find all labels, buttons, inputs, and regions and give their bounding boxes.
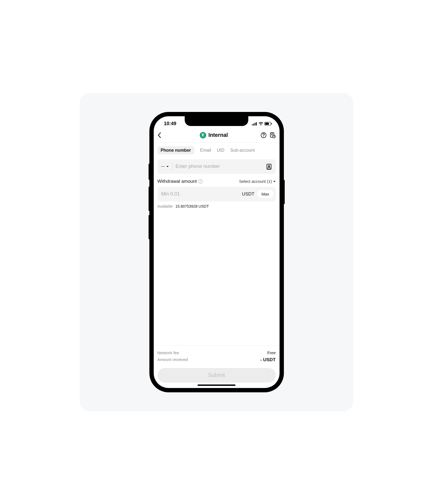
country-code-picker[interactable]: --	[161, 164, 169, 169]
info-icon[interactable]: i	[198, 179, 203, 184]
svg-point-14	[268, 165, 270, 167]
max-button[interactable]: Max	[257, 190, 273, 198]
chevron-down-icon	[273, 181, 276, 182]
svg-rect-0	[252, 124, 253, 125]
withdrawal-amount-label: Withdrawal amount i	[158, 179, 203, 184]
footer: Network fee Free Amount received - USDT …	[154, 345, 280, 388]
notch	[185, 116, 248, 126]
contacts-icon[interactable]	[266, 164, 272, 170]
available-value: 15.80753928 USDT	[175, 204, 209, 208]
available-balance: Available 15.80753928 USDT	[158, 204, 276, 208]
tab-email[interactable]: Email	[200, 148, 211, 153]
amount-input-row: USDT Max	[158, 187, 276, 201]
network-fee-row: Network fee Free	[158, 350, 276, 355]
device-mock-card: 10:49	[80, 93, 353, 411]
recipient-type-tabs: Phone number Email UID Sub-account	[154, 142, 280, 157]
amount-received-value: - USDT	[260, 357, 276, 363]
select-account-label: Select account (1)	[239, 179, 272, 184]
svg-rect-1	[253, 124, 254, 125]
page-title: Internal	[208, 132, 228, 138]
amount-received-label: Amount received	[158, 357, 188, 363]
tether-icon: ₮	[200, 132, 206, 138]
status-time: 10:49	[164, 121, 176, 127]
chevron-down-icon	[166, 166, 169, 167]
phone-frame: 10:49	[150, 112, 284, 392]
home-indicator	[198, 384, 235, 386]
amount-section-header: Withdrawal amount i Select account (1)	[158, 179, 276, 184]
svg-point-8	[263, 136, 264, 137]
history-icon[interactable]	[270, 132, 276, 138]
select-account-button[interactable]: Select account (1)	[239, 179, 276, 184]
input-divider	[172, 164, 172, 170]
country-code-value: --	[161, 164, 165, 169]
screen: 10:49	[154, 116, 280, 388]
cellular-icon	[252, 122, 257, 125]
battery-icon	[264, 122, 272, 125]
svg-rect-6	[271, 123, 272, 124]
tab-phone-number[interactable]: Phone number	[158, 146, 194, 154]
nav-title-group: ₮ Internal	[200, 132, 228, 138]
amount-input[interactable]	[161, 191, 239, 197]
network-fee-label: Network fee	[158, 350, 179, 355]
phone-input-row: --	[158, 159, 276, 174]
submit-button[interactable]: Submit	[158, 368, 276, 383]
nav-bar: ₮ Internal	[154, 129, 280, 142]
svg-rect-3	[256, 122, 257, 125]
status-right	[252, 122, 272, 125]
currency-label: USDT	[242, 191, 254, 197]
back-icon[interactable]	[158, 132, 161, 138]
available-label: Available	[158, 204, 173, 208]
amount-received-row: Amount received - USDT	[158, 357, 276, 363]
svg-rect-2	[255, 123, 255, 125]
svg-rect-5	[265, 123, 269, 125]
wifi-icon	[258, 122, 263, 125]
help-icon[interactable]	[261, 132, 267, 138]
phone-number-input[interactable]	[176, 164, 264, 169]
tab-sub-account[interactable]: Sub-account	[230, 148, 255, 153]
network-fee-value: Free	[267, 350, 276, 355]
tab-uid[interactable]: UID	[217, 148, 225, 153]
